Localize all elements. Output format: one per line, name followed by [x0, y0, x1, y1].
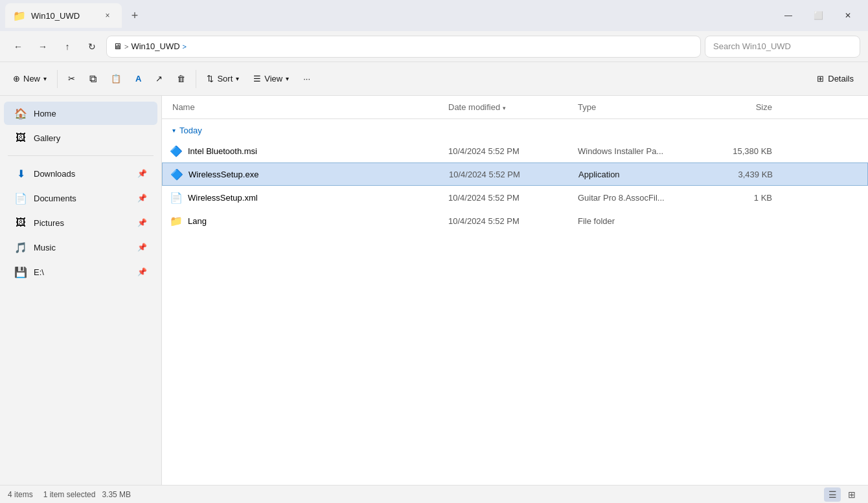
- file-date: 10/4/2024 5:52 PM: [448, 146, 578, 156]
- table-row[interactable]: 📁 Lang 10/4/2024 5:52 PM File folder: [162, 209, 868, 232]
- copy-button[interactable]: ⧉: [83, 67, 103, 91]
- more-button[interactable]: ···: [297, 67, 317, 91]
- sidebar-item-home[interactable]: 🏠 Home: [4, 102, 157, 125]
- file-name: Lang: [188, 216, 207, 226]
- sidebar-item-e-drive[interactable]: 💾 E:\ 📌: [4, 260, 157, 284]
- back-button[interactable]: ←: [8, 36, 29, 57]
- maximize-button[interactable]: ⬜: [803, 5, 833, 26]
- table-row[interactable]: 🔷 WirelessSetup.exe 10/4/2024 5:52 PM Ap…: [162, 162, 868, 186]
- music-pin-icon: 📌: [137, 243, 147, 252]
- documents-pin-icon: 📌: [137, 194, 147, 203]
- column-headers: Name Date modified ▾ Type Size: [162, 96, 868, 119]
- details-icon: ⊞: [817, 74, 824, 84]
- sidebar-item-documents-label: Documents: [34, 194, 76, 203]
- column-size-header[interactable]: Size: [707, 102, 772, 112]
- window-controls: — ⬜ ✕: [773, 5, 863, 26]
- paste-button[interactable]: 📋: [104, 67, 128, 91]
- sidebar-item-e-drive-label: E:\: [34, 267, 44, 277]
- sidebar: 🏠 Home 🖼 Gallery ⬇ Downloads 📌 📄 Documen…: [0, 96, 162, 485]
- documents-icon: 📄: [14, 192, 27, 205]
- minimize-button[interactable]: —: [773, 5, 803, 26]
- paste-icon: 📋: [111, 74, 121, 84]
- downloads-icon: ⬇: [14, 168, 27, 180]
- file-name: WirelessSetup.xml: [188, 193, 258, 203]
- file-date: 10/4/2024 5:52 PM: [448, 193, 578, 203]
- address-bar: ← → ↑ ↻ 🖥 > Win10_UWD > Search Win10_UWD: [0, 31, 868, 62]
- new-button[interactable]: ⊕ New ▾: [6, 67, 53, 91]
- column-type-label: Type: [578, 102, 596, 112]
- more-icon: ···: [303, 74, 310, 84]
- list-view-icon: ☰: [828, 489, 837, 500]
- file-size: 15,380 KB: [707, 146, 772, 156]
- add-tab-button[interactable]: +: [124, 5, 145, 26]
- new-label: New: [23, 74, 40, 84]
- file-name-cell: 🔷 WirelessSetup.exe: [170, 168, 449, 181]
- status-bar: 4 items 1 item selected 3.35 MB ☰ ⊞: [0, 485, 868, 503]
- sort-chevron-icon: ▾: [236, 75, 239, 82]
- pictures-pin-icon: 📌: [137, 218, 147, 227]
- search-box[interactable]: Search Win10_UWD: [705, 36, 860, 58]
- breadcrumb-path: Win10_UWD: [131, 41, 179, 51]
- column-name-header[interactable]: Name: [170, 102, 448, 112]
- grid-view-button[interactable]: ⊞: [843, 487, 860, 502]
- details-label: Details: [828, 74, 854, 84]
- view-icon: ☰: [253, 74, 261, 84]
- sidebar-item-pictures-label: Pictures: [34, 218, 64, 228]
- grid-view-icon: ⊞: [848, 489, 856, 500]
- exe-file-icon: 🔷: [170, 168, 183, 181]
- sidebar-item-downloads-label: Downloads: [34, 169, 75, 179]
- rename-button[interactable]: A: [129, 67, 148, 91]
- file-name-cell: 🔷 Intel Bluetooth.msi: [170, 145, 448, 157]
- file-pane: Name Date modified ▾ Type Size ▾ Today: [162, 96, 868, 485]
- file-name-cell: 📄 WirelessSetup.xml: [170, 192, 448, 204]
- sidebar-item-gallery-label: Gallery: [34, 133, 60, 143]
- column-type-header[interactable]: Type: [578, 102, 707, 112]
- close-window-button[interactable]: ✕: [833, 5, 863, 26]
- sidebar-item-pictures[interactable]: 🖼 Pictures 📌: [4, 211, 157, 234]
- sidebar-item-downloads[interactable]: ⬇ Downloads 📌: [4, 162, 157, 185]
- sidebar-item-music[interactable]: 🎵 Music 📌: [4, 236, 157, 259]
- file-date: 10/4/2024 5:52 PM: [449, 170, 578, 179]
- file-size: 1 KB: [707, 193, 772, 203]
- table-row[interactable]: 🔷 Intel Bluetooth.msi 10/4/2024 5:52 PM …: [162, 139, 868, 162]
- sort-icon: ⇅: [207, 74, 214, 84]
- tab-close-button[interactable]: ×: [101, 9, 114, 22]
- file-list: ▾ Today 🔷 Intel Bluetooth.msi 10/4/2024 …: [162, 119, 868, 485]
- selected-info: 1 item selected 3.35 MB: [43, 490, 131, 499]
- active-tab[interactable]: 📁 Win10_UWD ×: [5, 3, 122, 28]
- new-plus-icon: ⊕: [13, 74, 20, 84]
- column-date-header[interactable]: Date modified ▾: [448, 102, 578, 112]
- sidebar-item-gallery[interactable]: 🖼 Gallery: [4, 126, 157, 150]
- sort-button[interactable]: ⇅ Sort ▾: [200, 67, 246, 91]
- view-button[interactable]: ☰ View ▾: [247, 67, 295, 91]
- forward-button[interactable]: →: [32, 36, 53, 57]
- list-view-button[interactable]: ☰: [824, 487, 841, 502]
- delete-button[interactable]: 🗑: [170, 67, 192, 91]
- item-count: 4 items: [8, 490, 33, 499]
- column-date-label: Date modified: [448, 102, 500, 112]
- breadcrumb-chevron2: >: [183, 43, 187, 50]
- view-chevron-icon: ▾: [286, 75, 289, 82]
- sidebar-item-home-label: Home: [34, 109, 56, 118]
- cut-button[interactable]: ✂: [62, 67, 82, 91]
- tab-title: Win10_UWD: [31, 11, 80, 21]
- sidebar-item-documents[interactable]: 📄 Documents 📌: [4, 186, 157, 210]
- share-button[interactable]: ↗: [149, 67, 169, 91]
- toolbar-separator-1: [57, 70, 58, 88]
- xml-file-icon: 📄: [170, 192, 183, 204]
- rename-icon: A: [135, 74, 141, 84]
- breadcrumb[interactable]: 🖥 > Win10_UWD >: [106, 36, 701, 58]
- group-today[interactable]: ▾ Today: [162, 122, 868, 139]
- refresh-button[interactable]: ↻: [82, 36, 102, 57]
- file-type: File folder: [578, 216, 707, 226]
- up-button[interactable]: ↑: [57, 36, 78, 57]
- breadcrumb-pc-icon: 🖥: [113, 41, 122, 51]
- file-date: 10/4/2024 5:52 PM: [448, 216, 578, 226]
- toolbar-separator-2: [196, 70, 196, 88]
- view-label: View: [264, 74, 282, 84]
- table-row[interactable]: 📄 WirelessSetup.xml 10/4/2024 5:52 PM Gu…: [162, 186, 868, 209]
- details-button[interactable]: ⊞ Details: [809, 67, 862, 91]
- downloads-pin-icon: 📌: [137, 169, 147, 178]
- gallery-icon: 🖼: [14, 132, 27, 144]
- copy-icon: ⧉: [89, 73, 97, 85]
